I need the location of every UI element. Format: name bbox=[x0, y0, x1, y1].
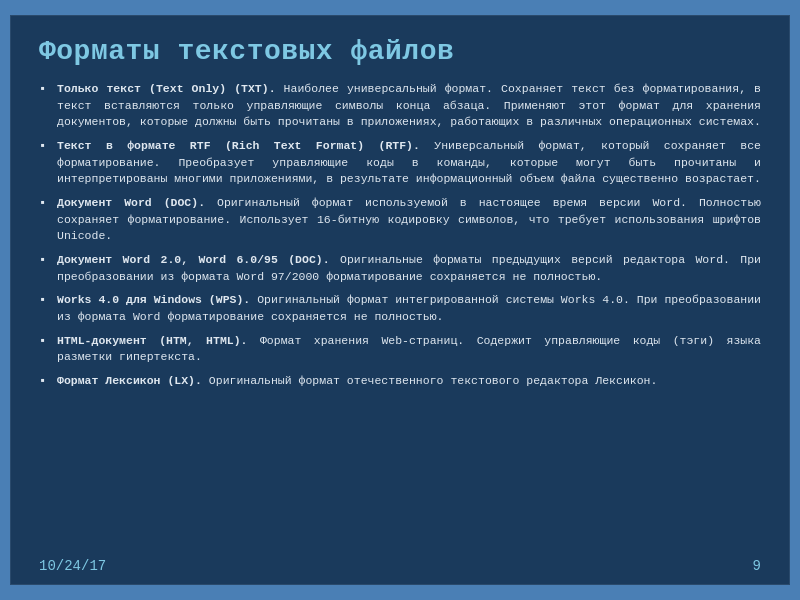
content-list: Только текст (Text Only) (TXT). Наиболее… bbox=[39, 81, 761, 390]
slide-footer: 10/24/17 9 bbox=[39, 558, 761, 574]
footer-page: 9 bbox=[753, 558, 761, 574]
list-item: Документ Word (DOC). Оригинальный формат… bbox=[39, 195, 761, 245]
list-item: Текст в формате RTF (Rich Text Format) (… bbox=[39, 138, 761, 188]
footer-date: 10/24/17 bbox=[39, 558, 106, 574]
slide: Форматы текстовых файлов Только текст (T… bbox=[10, 15, 790, 585]
list-item: Только текст (Text Only) (TXT). Наиболее… bbox=[39, 81, 761, 131]
list-item: HTML-документ (НТМ, HTML). Формат хранен… bbox=[39, 333, 761, 366]
list-item: Works 4.0 для Windows (WPS). Оригинальны… bbox=[39, 292, 761, 325]
list-item: Формат Лексикон (LX). Оригинальный форма… bbox=[39, 373, 761, 390]
list-item: Документ Word 2.0, Word 6.0/95 (DOC). Ор… bbox=[39, 252, 761, 285]
slide-title: Форматы текстовых файлов bbox=[39, 36, 761, 67]
